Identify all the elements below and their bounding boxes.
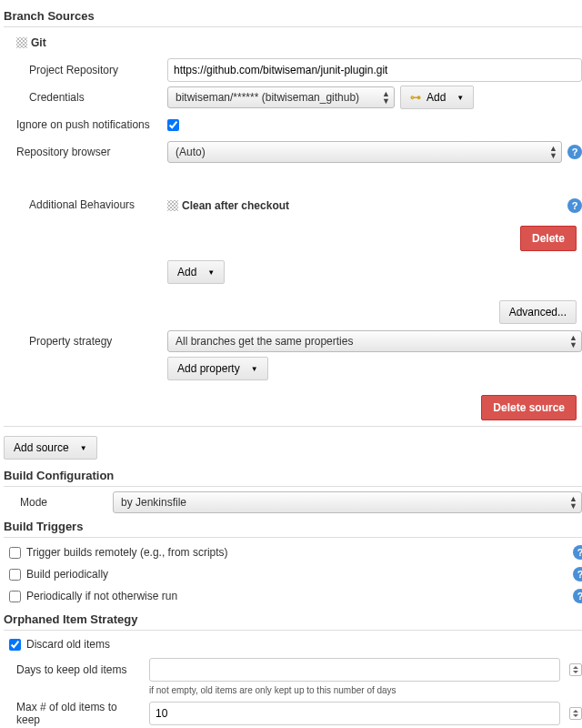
behaviour-add-label: Add <box>177 266 196 278</box>
orphaned-header: Orphaned Item Strategy <box>4 612 582 631</box>
caret-icon: ▲▼ <box>569 495 577 510</box>
key-icon: ⊶ <box>410 91 421 104</box>
help-icon[interactable]: ? <box>573 589 582 603</box>
branch-sources-header: Branch Sources <box>4 9 582 27</box>
trigger-otherwise-label: Periodically if not otherwise run <box>26 590 177 602</box>
days-hint: if not empty, old items are only kept up… <box>149 685 582 695</box>
property-strategy-select[interactable]: All branches get the same properties ▲▼ <box>167 330 582 352</box>
chevron-down-icon: ▼ <box>207 268 215 277</box>
ignore-push-label: Ignore on push notifications <box>4 118 167 131</box>
drag-icon[interactable] <box>16 37 27 48</box>
trigger-otherwise-checkbox[interactable] <box>9 591 21 602</box>
trigger-periodic-checkbox[interactable] <box>9 569 21 581</box>
add-property-button[interactable]: Add property ▼ <box>167 357 268 380</box>
help-icon[interactable]: ? <box>573 545 582 560</box>
advanced-button[interactable]: Advanced... <box>499 300 577 324</box>
mode-label: Mode <box>4 496 113 509</box>
trigger-periodic-row: Build periodically ? <box>4 563 582 585</box>
add-source-label: Add source <box>14 441 69 454</box>
max-input[interactable] <box>149 702 560 725</box>
trigger-periodic-label: Build periodically <box>26 568 108 581</box>
chevron-down-icon: ▼ <box>457 94 464 102</box>
trigger-remote-row: Trigger builds remotely (e.g., from scri… <box>4 541 582 563</box>
chevron-down-icon: ▼ <box>251 365 258 373</box>
discard-checkbox[interactable] <box>9 639 21 651</box>
caret-icon: ▲▼ <box>569 334 577 349</box>
additional-behaviours-label: Additional Behaviours <box>4 198 167 211</box>
chevron-down-icon: ▼ <box>80 444 87 452</box>
help-icon[interactable]: ? <box>573 567 582 581</box>
days-label: Days to keep old items <box>4 663 149 676</box>
discard-label: Discard old items <box>26 638 110 651</box>
behaviour-title-text: Clean after checkout <box>182 199 289 212</box>
trigger-remote-checkbox[interactable] <box>9 547 21 559</box>
behaviour-item: Clean after checkout <box>167 199 289 212</box>
behaviour-add-button[interactable]: Add ▼ <box>167 260 225 284</box>
git-source-title: Git <box>4 31 582 55</box>
trigger-remote-label: Trigger builds remotely (e.g., from scri… <box>26 546 228 559</box>
drag-icon[interactable] <box>167 200 178 211</box>
repo-browser-value: (Auto) <box>176 146 206 158</box>
discard-row: Discard old items <box>4 634 582 654</box>
days-input[interactable] <box>149 658 560 682</box>
ignore-push-checkbox[interactable] <box>167 119 179 131</box>
caret-icon: ▲▼ <box>549 145 557 159</box>
number-spinner[interactable] <box>569 663 582 676</box>
project-repo-label: Project Repository <box>4 64 167 76</box>
help-icon[interactable]: ? <box>567 198 582 213</box>
build-config-header: Build Configuration <box>4 469 582 487</box>
add-source-button[interactable]: Add source ▼ <box>4 436 97 460</box>
build-triggers-header: Build Triggers <box>4 520 582 538</box>
number-spinner[interactable] <box>569 707 582 720</box>
trigger-otherwise-row: Periodically if not otherwise run ? <box>4 585 582 607</box>
credentials-add-button[interactable]: ⊶ Add ▼ <box>400 86 474 109</box>
mode-value: by Jenkinsfile <box>121 496 186 509</box>
repo-browser-label: Repository browser <box>4 146 167 158</box>
help-icon[interactable]: ? <box>567 145 582 159</box>
repo-browser-select[interactable]: (Auto) ▲▼ <box>167 141 562 163</box>
git-title-text: Git <box>31 36 46 49</box>
mode-select[interactable]: by Jenkinsfile ▲▼ <box>113 491 582 513</box>
max-label: Max # of old items to keep <box>4 701 149 726</box>
credentials-add-label: Add <box>426 91 446 104</box>
credentials-label: Credentials <box>4 91 167 104</box>
delete-source-button[interactable]: Delete source <box>481 395 577 420</box>
credentials-value: bitwiseman/****** (bitwiseman_github) <box>176 91 359 104</box>
project-repo-input[interactable] <box>167 58 582 82</box>
behaviour-delete-button[interactable]: Delete <box>520 226 577 251</box>
caret-icon: ▲▼ <box>382 90 390 105</box>
property-strategy-label: Property strategy <box>4 335 167 348</box>
property-strategy-value: All branches get the same properties <box>176 335 353 348</box>
add-property-label: Add property <box>177 362 240 375</box>
credentials-select[interactable]: bitwiseman/****** (bitwiseman_github) ▲▼ <box>167 86 395 108</box>
